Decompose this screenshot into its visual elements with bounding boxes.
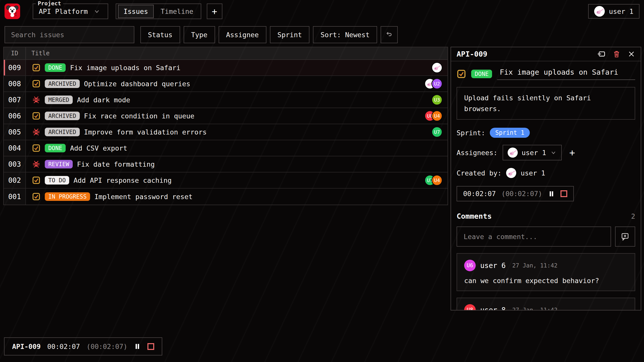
- created-by-row: Created by: user 1: [457, 168, 635, 178]
- comments-count: 2: [631, 212, 635, 220]
- issue-timer: 00:02:07 (00:02:07): [457, 186, 574, 201]
- chevron-down-icon: [550, 149, 557, 156]
- issue-row[interactable]: 005 ARCHIVEDImprove form validation erro…: [4, 124, 448, 140]
- user-chip[interactable]: user 1: [588, 4, 639, 19]
- tab-group: Issues Timeline: [116, 4, 201, 19]
- submit-comment-button[interactable]: [615, 227, 635, 247]
- description-field[interactable]: Upload fails silently on Safari browsers…: [457, 87, 635, 120]
- filter-button-sprint[interactable]: Sprint: [270, 26, 310, 43]
- issue-row[interactable]: 009 DONEFix image uploads on Safari: [4, 60, 448, 76]
- user-avatar: U3: [431, 94, 442, 105]
- issues-table: ID Title 009 DONEFix image uploads on Sa…: [3, 47, 448, 205]
- assignee-avatars: U7U4: [421, 175, 442, 186]
- comments-header: Comments 2: [457, 212, 635, 220]
- status-badge: ARCHIVED: [45, 112, 80, 120]
- sprint-pill[interactable]: Sprint 1: [490, 128, 530, 138]
- copy-link-button[interactable]: [597, 51, 606, 58]
- issue-title: Add CSV export: [70, 144, 127, 152]
- chevron-down-icon: [93, 8, 100, 15]
- issue-title: Fix image uploads on Safari: [70, 64, 180, 72]
- user-avatar: [431, 62, 442, 73]
- tracker-stop-button[interactable]: [147, 343, 154, 350]
- task-checkbox-icon: [32, 63, 41, 72]
- issue-title: Implement password reset: [94, 193, 192, 201]
- app-logo-icon: [5, 4, 20, 19]
- created-by-label: Created by:: [457, 169, 502, 177]
- user-avatar: U2: [431, 78, 442, 89]
- issue-row[interactable]: 002 TO DOAdd API response cachingU7U4: [4, 172, 448, 189]
- close-panel-button[interactable]: [628, 50, 635, 58]
- assignee-avatars: U3: [428, 94, 442, 105]
- status-badge: ARCHIVED: [45, 128, 80, 136]
- issue-id: 004: [4, 140, 26, 156]
- status-badge: TO DO: [45, 176, 69, 185]
- issue-id: 005: [4, 124, 26, 140]
- bug-icon: [32, 160, 41, 168]
- filter-bar: StatusTypeAssigneeSprintSort: Newest: [0, 26, 644, 43]
- status-badge: DONE: [45, 144, 66, 152]
- project-label: Project: [36, 0, 63, 7]
- panel-header: API-009: [451, 47, 641, 61]
- task-checkbox-icon[interactable]: [457, 69, 466, 79]
- comment-list: U6user 627 Jan, 11:42can we confirm expe…: [457, 253, 635, 310]
- comment-author: user 6: [480, 261, 506, 270]
- assignee-avatars: U2: [421, 78, 442, 89]
- issue-row[interactable]: 007 MERGEDAdd dark modeU3: [4, 92, 448, 108]
- comment-body: can we confirm expected behavior?: [464, 277, 628, 285]
- undo-button[interactable]: [381, 26, 398, 43]
- project-name: API Platform: [39, 8, 88, 15]
- issue-title: Fix date formatting: [77, 160, 155, 168]
- issue-id: 001: [4, 189, 26, 205]
- filter-button-assignee[interactable]: Assignee: [219, 26, 266, 43]
- issue-title-input[interactable]: Fix image uploads on Safari: [497, 68, 635, 80]
- new-tab-button[interactable]: +: [207, 4, 222, 19]
- main-content: ID Title 009 DONEFix image uploads on Sa…: [3, 47, 644, 310]
- stop-timer-button[interactable]: [560, 190, 567, 197]
- issue-title: Add API response caching: [73, 176, 172, 184]
- topbar: Project API Platform Issues Timeline + u…: [0, 0, 644, 19]
- project-select[interactable]: Project API Platform: [33, 4, 108, 19]
- assignee-select[interactable]: user 1: [503, 145, 562, 160]
- status-badge: MERGED: [45, 96, 73, 104]
- issue-row[interactable]: 004 DONEAdd CSV export: [4, 140, 448, 156]
- user-avatar: U4: [431, 110, 442, 121]
- tracker-pause-button[interactable]: [134, 343, 141, 350]
- filter-button-sort-newest[interactable]: Sort: Newest: [313, 26, 377, 43]
- bug-icon: [32, 128, 41, 136]
- issue-title: Fix race condition in queue: [84, 112, 194, 120]
- comment-card: U6user 627 Jan, 11:42can we confirm expe…: [457, 253, 635, 291]
- pause-timer-button[interactable]: [548, 190, 555, 197]
- task-checkbox-icon: [32, 176, 41, 185]
- column-header-id: ID: [4, 47, 26, 59]
- comment-input[interactable]: [457, 227, 611, 247]
- add-assignee-button[interactable]: +: [569, 147, 575, 158]
- comments-heading: Comments: [457, 212, 492, 220]
- issue-row[interactable]: 003 REVIEWFix date formatting: [4, 156, 448, 172]
- delete-issue-button[interactable]: [613, 50, 621, 58]
- user-name: user 1: [609, 8, 633, 15]
- status-badge: DONE: [471, 70, 492, 78]
- task-checkbox-icon: [32, 79, 41, 88]
- status-badge: IN PROGRESS: [45, 192, 90, 201]
- comment-timestamp: 27 Jan, 11:42: [512, 262, 557, 269]
- filter-button-type[interactable]: Type: [184, 26, 215, 43]
- issue-row[interactable]: 001 IN PROGRESSImplement password reset: [4, 189, 448, 205]
- filter-button-status[interactable]: Status: [140, 26, 180, 43]
- search-input[interactable]: [5, 26, 134, 43]
- tracker-total: (00:02:07): [87, 343, 128, 350]
- assignee-avatar: [508, 148, 518, 158]
- issue-detail-panel: API-009: [451, 47, 641, 310]
- assignee-avatars: U8U4: [421, 110, 442, 121]
- issue-id: 002: [4, 172, 26, 188]
- issue-row[interactable]: 006 ARCHIVEDFix race condition in queueU…: [4, 108, 448, 124]
- comment-author-avatar: U6: [464, 260, 476, 271]
- add-comment-icon: [621, 232, 630, 241]
- user-avatar: U4: [431, 175, 442, 186]
- issue-row[interactable]: 008 ARCHIVEDOptimize dashboard queries U…: [4, 76, 448, 92]
- tab-issues[interactable]: Issues: [118, 5, 154, 18]
- tab-timeline[interactable]: Timeline: [155, 5, 199, 18]
- issue-rows: 009 DONEFix image uploads on Safari 008 …: [4, 60, 448, 205]
- assignee-avatars: U7: [428, 126, 442, 138]
- comment-card: U8user 827 Jan, 11:42i will take this on…: [457, 298, 635, 310]
- sprint-row: Sprint: Sprint 1: [457, 128, 635, 138]
